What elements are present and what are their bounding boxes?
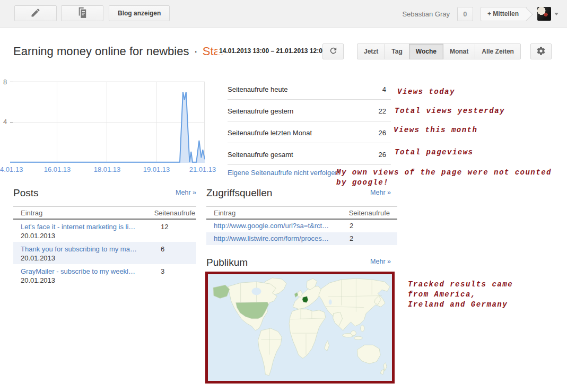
pageviews-chart: 8 4 4.01.13 16.01.13 18.01.13 19.01.13 2…	[0, 79, 219, 177]
posts-more-link[interactable]: Mehr »	[13, 189, 196, 196]
annotation-views-total: Total pageviews	[395, 147, 474, 158]
annotation-tracked-results: Tracked results camefrom America,Ireland…	[408, 280, 513, 310]
refresh-button[interactable]	[322, 43, 344, 59]
avatar[interactable]	[537, 7, 551, 21]
user-name: Sebastian Gray	[402, 10, 450, 18]
annotation-own-views: My own views of the page were not counte…	[336, 168, 552, 188]
y-tick-4: 4	[3, 118, 7, 126]
post-date: 20.01.2013	[21, 276, 55, 284]
gear-icon	[536, 46, 546, 57]
sources-table-header: Eintrag Seitenaufrufe	[206, 206, 397, 220]
x-tick-2: 18.01.13	[94, 165, 121, 173]
x-tick-3: 19.01.13	[143, 165, 170, 173]
source-views: 2	[350, 234, 353, 242]
x-tick-4: 21.01.13	[189, 165, 216, 173]
stat-value: 4	[382, 85, 386, 93]
annotation-views-month: Views this month	[394, 125, 477, 135]
sources-table: Eintrag Seitenaufrufe http://www.google.…	[206, 206, 397, 245]
table-row: Let's face it - internet marketing is li…	[13, 220, 196, 242]
audience-map-frame	[205, 272, 395, 384]
table-row: http://www.google.com/url?sa=t&rct… 2	[206, 220, 397, 232]
new-post-button[interactable]	[14, 5, 57, 21]
annotation-views-yesterday: Total views yesterday	[395, 106, 505, 116]
page-title: Earning money online for newbies·Stat	[13, 45, 223, 58]
col-seitenaufrufe: Seitenaufrufe	[154, 209, 195, 217]
post-link[interactable]: Thank you for subscribing to my ma…	[21, 245, 137, 253]
stat-row-total: Seitenaufrufe gesamt 26	[228, 143, 391, 165]
date-range-label: 14.01.2013 13:00 – 21.01.2013 12:00	[217, 47, 328, 55]
table-row: Thank you for subscribing to my ma… 6 20…	[13, 242, 196, 264]
stat-value: 22	[379, 107, 386, 115]
col-eintrag: Eintrag	[214, 209, 235, 217]
stat-row-month: Seitenaufrufe letzten Monat 26	[228, 121, 391, 143]
pencil-icon	[30, 7, 41, 20]
post-date: 20.01.2013	[21, 232, 55, 240]
post-views: 6	[161, 245, 164, 253]
traffic-chart-plot	[10, 82, 205, 163]
stat-label: Seitenaufrufe gestern	[228, 107, 293, 115]
topbar-account-area: Sebastian Gray 0 + Mitteilen	[402, 6, 559, 21]
posts-table: Eintrag Seitenaufrufe Let's face it - in…	[13, 206, 196, 286]
country-germany	[302, 296, 308, 302]
post-date: 20.01.2013	[21, 254, 55, 262]
opt-out-own-views-link[interactable]: Eigene Seitenaufrufe nicht verfolgen	[228, 169, 339, 177]
post-link[interactable]: Let's face it - internet marketing is li…	[21, 223, 135, 231]
range-button-woche[interactable]: Woche	[409, 43, 443, 59]
stat-row-yesterday: Seitenaufrufe gestern 22	[228, 100, 391, 121]
stat-label: Seitenaufrufe gesamt	[228, 151, 293, 159]
post-views: 12	[161, 223, 168, 231]
time-range-group: Jetzt Tag Woche Monat Alle Zeiten	[357, 43, 521, 59]
range-button-alle-zeiten[interactable]: Alle Zeiten	[475, 43, 521, 59]
blogger-stats-page: Blog anzeigen Sebastian Gray 0 + Mitteil…	[0, 0, 567, 392]
range-button-jetzt[interactable]: Jetzt	[357, 43, 385, 59]
post-list-button[interactable]	[61, 5, 103, 21]
stat-row-today: Seitenaufrufe heute 4	[228, 78, 391, 100]
range-button-tag[interactable]: Tag	[385, 43, 409, 59]
audience-more-link[interactable]: Mehr »	[206, 258, 391, 265]
source-link[interactable]: http://www.listwire.com/form/proces…	[214, 234, 329, 242]
settings-button[interactable]	[530, 43, 552, 59]
stat-value: 26	[379, 129, 386, 137]
table-row: http://www.listwire.com/form/proces… 2	[206, 232, 397, 245]
col-eintrag: Eintrag	[21, 209, 42, 217]
stat-label: Seitenaufrufe letzten Monat	[228, 129, 312, 137]
share-button[interactable]: + Mitteilen	[481, 7, 527, 21]
view-blog-button[interactable]: Blog anzeigen	[109, 5, 170, 21]
topbar: Blog anzeigen Sebastian Gray 0 + Mitteil…	[0, 0, 567, 28]
stat-label: Seitenaufrufe heute	[228, 85, 287, 93]
post-views: 3	[161, 267, 164, 275]
source-views: 2	[350, 222, 353, 230]
world-map	[208, 274, 392, 381]
pages-icon	[77, 7, 87, 20]
chevron-down-icon[interactable]	[554, 13, 559, 15]
source-link[interactable]: http://www.google.com/url?sa=t&rct…	[214, 222, 329, 230]
stat-value: 26	[379, 151, 386, 159]
post-link[interactable]: GrayMailer - subscribe to my weekl…	[21, 267, 135, 275]
notifications-button[interactable]: 0	[457, 7, 473, 21]
blog-title: Earning money online for newbies	[13, 45, 189, 58]
stats-summary: Seitenaufrufe heute 4 Seitenaufrufe gest…	[228, 78, 391, 165]
col-seitenaufrufe: Seitenaufrufe	[349, 209, 390, 217]
range-button-monat[interactable]: Monat	[443, 43, 475, 59]
table-row: GrayMailer - subscribe to my weekl… 3 20…	[13, 264, 196, 286]
x-tick-1: 16.01.13	[44, 165, 71, 173]
refresh-icon	[329, 46, 338, 57]
posts-table-header: Eintrag Seitenaufrufe	[13, 206, 196, 220]
annotation-views-today: Views today	[397, 87, 455, 97]
y-tick-8: 8	[3, 78, 7, 86]
sources-more-link[interactable]: Mehr »	[206, 189, 391, 196]
title-separator: ·	[194, 45, 197, 58]
x-tick-0: 4.01.13	[0, 165, 23, 173]
